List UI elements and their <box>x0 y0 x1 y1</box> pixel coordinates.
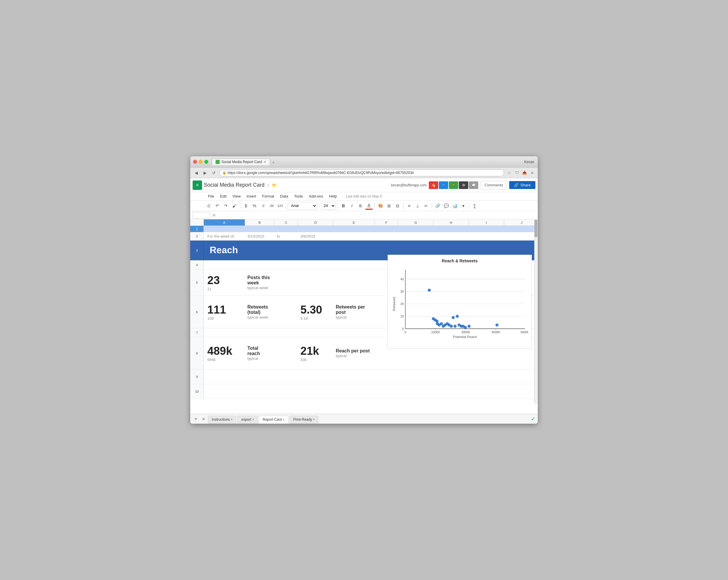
row-num-10[interactable]: 10 <box>190 384 204 399</box>
chart-button[interactable]: 📊 <box>451 202 459 210</box>
bold-button[interactable]: B <box>340 202 347 210</box>
tab-close-button[interactable]: ✕ <box>264 160 266 164</box>
sheet-tab-reportcard[interactable]: Report Card ▾ <box>259 416 288 423</box>
wrap-button[interactable]: ↵ <box>422 202 430 210</box>
sheet-list-button[interactable]: ≡ <box>200 416 207 422</box>
paint-format-button[interactable]: 🖌 <box>231 202 238 210</box>
col-header-g[interactable]: G <box>398 219 434 226</box>
row-num-8[interactable]: 8 <box>190 337 204 369</box>
row-num-1[interactable]: 1 <box>190 226 204 232</box>
percent-button[interactable]: % <box>251 202 258 210</box>
scroll-thumb[interactable] <box>535 220 538 237</box>
sheet-tab-instructions[interactable]: Instructions ▾ <box>208 416 236 423</box>
menu-tools[interactable]: Tools <box>291 193 306 200</box>
col-header-c[interactable]: C <box>275 219 298 226</box>
dec-less-button[interactable]: .0 <box>259 202 267 210</box>
sheet-tab-printready[interactable]: Print-Ready ▾ <box>289 416 318 423</box>
row-num-2[interactable]: 2 <box>190 232 204 240</box>
align-button[interactable]: ≡ <box>405 202 413 210</box>
col-header-b[interactable]: B <box>245 219 275 226</box>
ext-icon-1[interactable]: 🐴 <box>429 181 438 189</box>
share-button[interactable]: 🔗 Share <box>509 181 536 189</box>
col-header-e[interactable]: E <box>333 219 374 226</box>
folder-icon[interactable]: 📁 <box>272 183 277 188</box>
cell-a2[interactable]: For the week of: <box>204 232 245 240</box>
dec-more-button[interactable]: .00 <box>268 202 275 210</box>
forward-button[interactable]: ▶ <box>202 169 208 176</box>
fill-color-button[interactable]: 🎨 <box>377 202 384 210</box>
font-selector[interactable]: Arial <box>288 202 317 210</box>
ext-icon-2[interactable]: 🏃 <box>439 181 448 189</box>
row-num-6[interactable]: 6 <box>190 296 204 328</box>
merge-button[interactable]: ⊟ <box>394 202 401 210</box>
addon-button2[interactable]: 📥 <box>521 169 528 176</box>
menu-addons[interactable]: Add-ons <box>306 193 326 200</box>
currency-button[interactable]: $ <box>242 202 250 210</box>
bookmark-button[interactable]: ☆ <box>506 169 513 176</box>
ext-icon-5[interactable]: 💬 <box>469 181 478 189</box>
ext-icon-4[interactable]: ⚙ <box>459 181 468 189</box>
url-bar[interactable]: 🔒 https://docs.google.com/spreadsheets/d… <box>219 169 504 176</box>
valign-button[interactable]: ⊥ <box>414 202 421 210</box>
italic-button[interactable]: I <box>348 202 356 210</box>
number-format-button[interactable]: 123 <box>276 202 284 210</box>
col-header-a[interactable]: A <box>204 219 245 226</box>
browser-menu-button[interactable]: ≡ <box>529 169 536 176</box>
row-num-4[interactable]: 4 <box>190 261 204 269</box>
text-color-button[interactable]: A <box>365 202 373 210</box>
font-size-selector[interactable]: 24 <box>321 202 336 210</box>
row-num-9[interactable]: 9 <box>190 369 204 384</box>
filter-button[interactable]: ▾ <box>460 202 467 210</box>
menu-help[interactable]: Help <box>326 193 340 200</box>
link-button[interactable]: 🔗 <box>434 202 441 210</box>
maximize-button[interactable] <box>204 160 208 164</box>
row-num-3[interactable]: 3 <box>190 240 204 260</box>
browser-tab[interactable]: Social Media Report Card ✕ <box>212 158 270 165</box>
menu-data[interactable]: Data <box>277 193 291 200</box>
document-title[interactable]: Social Media Report Card <box>204 182 264 188</box>
cell-reference[interactable] <box>192 212 210 218</box>
col-header-i[interactable]: I <box>469 219 504 226</box>
menu-edit[interactable]: Edit <box>217 193 229 200</box>
add-sheet-button[interactable]: + <box>192 416 199 422</box>
ext-icon-3[interactable]: 🏃 <box>449 181 458 189</box>
sheet-tab-export[interactable]: export ▾ <box>237 416 257 423</box>
redo-button[interactable]: ↷ <box>222 202 230 210</box>
strikethrough-button[interactable]: S <box>357 202 364 210</box>
addon-button1[interactable]: 🛡 <box>514 169 520 176</box>
sheets-header: ≡ Social Media Report Card ☆ 📁 kevan@buf… <box>190 178 538 192</box>
row-num-7[interactable]: 7 <box>190 328 204 337</box>
col-header-f[interactable]: F <box>374 219 398 226</box>
formula-input[interactable] <box>218 212 536 218</box>
refresh-button[interactable]: ↺ <box>210 169 217 176</box>
rpp-value: 5.30 <box>301 304 331 316</box>
undo-button[interactable]: ↶ <box>213 202 221 210</box>
minimize-button[interactable] <box>199 160 203 164</box>
row10-content <box>204 384 538 399</box>
print-button[interactable]: ⎙ <box>205 202 213 210</box>
cell-d2[interactable]: 3/8/2015 <box>298 232 333 240</box>
menu-file[interactable]: File <box>205 193 217 200</box>
cell-c2[interactable]: to <box>275 232 298 240</box>
close-button[interactable] <box>193 160 197 164</box>
star-icon[interactable]: ☆ <box>266 183 270 188</box>
comments-button[interactable]: Comments <box>480 181 507 189</box>
row-num-5[interactable]: 5 <box>190 269 204 296</box>
retweets-value: 111 <box>207 304 241 316</box>
svg-text:20: 20 <box>400 302 404 306</box>
back-button[interactable]: ◀ <box>192 169 200 176</box>
menu-insert[interactable]: Insert <box>243 193 259 200</box>
ext-icon-2-symbol: 🏃 <box>441 183 446 187</box>
vertical-scrollbar[interactable] <box>534 219 538 404</box>
borders-button[interactable]: ⊞ <box>385 202 393 210</box>
toolbar-separator-8 <box>469 203 469 209</box>
menu-view[interactable]: View <box>229 193 243 200</box>
comment-button[interactable]: 💬 <box>442 202 450 210</box>
col-header-j[interactable]: J <box>504 219 538 226</box>
menu-format[interactable]: Format <box>259 193 277 200</box>
sum-button[interactable]: ∑ <box>471 202 478 210</box>
cell-b2[interactable]: 3/13/2015 <box>245 232 275 240</box>
new-tab-button[interactable]: + <box>270 160 276 165</box>
col-header-d[interactable]: D <box>298 219 333 226</box>
col-header-h[interactable]: H <box>434 219 469 226</box>
